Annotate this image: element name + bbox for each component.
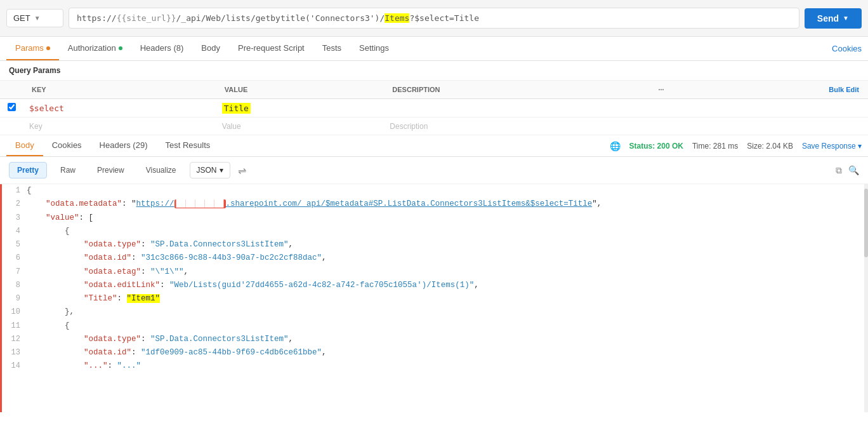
save-response-link[interactable]: Save Response ▾	[802, 142, 862, 151]
send-label: Send	[817, 13, 839, 24]
row2-dots	[649, 117, 673, 135]
resp-tab-body-label: Body	[15, 140, 34, 150]
copy-icon[interactable]: ⧉	[836, 165, 842, 176]
send-chevron-icon: ▼	[843, 15, 849, 22]
section-label: Query Params	[0, 61, 868, 81]
tab-body-label: Body	[201, 43, 220, 53]
bulk-edit-btn[interactable]: Bulk Edit	[673, 81, 868, 99]
response-status: 🌐 Status: 200 OK Time: 281 ms Size: 2.04…	[610, 141, 862, 151]
code-line-7: 7 "odata.etag": "\"1\"",	[0, 265, 868, 279]
row1-bulk	[673, 99, 868, 117]
row1-checkbox[interactable]	[8, 103, 16, 111]
row1-checkbox-cell[interactable]	[0, 99, 23, 117]
tab-settings[interactable]: Settings	[350, 37, 398, 60]
th-description: DESCRIPTION	[383, 81, 649, 99]
th-value: VALUE	[216, 81, 384, 99]
row1-description[interactable]	[383, 99, 649, 117]
resp-tab-cookies-label: Cookies	[52, 140, 82, 150]
url-bar: GET ▼ https://{{site_url}}/_api/Web/list…	[0, 0, 868, 37]
tab-authorization[interactable]: Authorization	[59, 37, 131, 60]
code-line-13: 13 "odata.id": "1df0e909-ac85-44bb-9f69-…	[0, 346, 868, 359]
row1-value[interactable]: Title	[216, 99, 384, 117]
row2-value[interactable]: Value	[216, 117, 384, 135]
th-checkbox	[0, 81, 23, 99]
search-icon[interactable]: 🔍	[848, 165, 859, 175]
code-line-2: 2 "odata.metadata": "https://██████████.…	[0, 198, 868, 211]
cookies-link[interactable]: Cookies	[832, 44, 862, 53]
th-dots: ···	[649, 81, 673, 99]
url-highlight-items: Items	[385, 13, 409, 23]
url-display[interactable]: https://{{site_url}}/_api/Web/lists/getb…	[69, 8, 799, 29]
row2-key[interactable]: Key	[23, 117, 216, 135]
tab-tests[interactable]: Tests	[313, 37, 350, 60]
method-value: GET	[13, 13, 30, 23]
row2-description[interactable]: Description	[383, 117, 649, 135]
status-ok: Status: 200 OK	[629, 142, 683, 151]
code-line-11: 11 {	[0, 319, 868, 333]
code-line-4: 4 {	[0, 225, 868, 238]
url-path: /_api/Web/lists/getbytitle('Connectors3'…	[176, 13, 385, 23]
resp-tab-body[interactable]: Body	[6, 135, 43, 156]
code-line-6: 6 "odata.id": "31c3c866-9c88-44b3-90a7-b…	[0, 252, 868, 265]
params-table: KEY VALUE DESCRIPTION ··· Bulk Edit $sel…	[0, 81, 868, 135]
tab-authorization-label: Authorization	[68, 43, 116, 53]
resp-tab-test-results[interactable]: Test Results	[156, 135, 219, 156]
method-select[interactable]: GET ▼	[6, 9, 63, 27]
tab-prerequest-label: Pre-request Script	[238, 43, 305, 53]
code-area[interactable]: 1 { 2 "odata.metadata": "https://███████…	[0, 184, 868, 412]
fmt-raw-btn[interactable]: Raw	[52, 162, 84, 178]
th-key: KEY	[23, 81, 216, 99]
tab-params-label: Params	[15, 43, 44, 53]
tab-tests-label: Tests	[322, 43, 341, 53]
resp-tab-test-results-label: Test Results	[165, 140, 210, 150]
row1-value-highlight: Title	[222, 103, 251, 114]
code-line-3: 3 "value": [	[0, 211, 868, 225]
row2-bulk	[673, 117, 868, 135]
row2-checkbox-cell	[0, 117, 23, 135]
authorization-dot-icon	[119, 46, 122, 50]
response-tab-bar: Body Cookies Headers (29) Test Results 🌐…	[0, 135, 868, 157]
resp-tab-headers[interactable]: Headers (29)	[91, 135, 157, 156]
code-line-14: 14 "...": "..."	[0, 359, 868, 373]
tab-headers-label: Headers (8)	[140, 43, 184, 53]
url-suffix: ?$select=Title	[409, 13, 479, 23]
table-row-empty: Key Value Description	[0, 117, 868, 135]
tab-body[interactable]: Body	[192, 37, 229, 60]
globe-icon: 🌐	[610, 141, 621, 151]
tab-settings-label: Settings	[359, 43, 389, 53]
format-select-label: JSON	[197, 166, 217, 175]
wrap-icon[interactable]: ⇌	[238, 164, 246, 177]
code-line-9: 9 "Title": "Item1"	[0, 292, 868, 306]
code-line-12: 12 "odata.type": "SP.Data.Connectors3Lis…	[0, 333, 868, 346]
response-time: Time: 281 ms	[692, 142, 738, 151]
row1-dots	[649, 99, 673, 117]
tab-headers[interactable]: Headers (8)	[131, 37, 193, 60]
code-line-1: 1 {	[0, 184, 868, 198]
row1-key[interactable]: $select	[23, 99, 216, 117]
resp-tab-headers-label: Headers (29)	[100, 140, 148, 150]
format-json-select[interactable]: JSON ▾	[190, 162, 230, 178]
send-button[interactable]: Send ▼	[805, 8, 862, 29]
code-line-8: 8 "odata.editLink": "Web/Lists(guid'27dd…	[0, 279, 868, 292]
resp-tab-cookies[interactable]: Cookies	[43, 135, 91, 156]
table-row: $select Title	[0, 99, 868, 117]
tab-params[interactable]: Params	[6, 37, 59, 60]
format-bar: Pretty Raw Preview Visualize JSON ▾ ⇌ ⧉ …	[0, 157, 868, 184]
response-size: Size: 2.04 KB	[747, 142, 793, 151]
code-line-10: 10 },	[0, 306, 868, 319]
tab-prerequest[interactable]: Pre-request Script	[229, 37, 313, 60]
url-prefix: https://	[77, 13, 117, 23]
method-chevron-icon: ▼	[34, 15, 41, 22]
top-tab-bar: Params Authorization Headers (8) Body Pr…	[0, 37, 868, 61]
url-siteurll-brace: {{site_url}}	[117, 13, 176, 23]
format-select-chevron-icon: ▾	[220, 166, 223, 175]
fmt-visualize-btn[interactable]: Visualize	[138, 162, 185, 178]
params-dot-icon	[46, 46, 50, 50]
code-line-5: 5 "odata.type": "SP.Data.Connectors3List…	[0, 238, 868, 252]
fmt-pretty-btn[interactable]: Pretty	[9, 162, 47, 178]
fmt-preview-btn[interactable]: Preview	[89, 162, 133, 178]
